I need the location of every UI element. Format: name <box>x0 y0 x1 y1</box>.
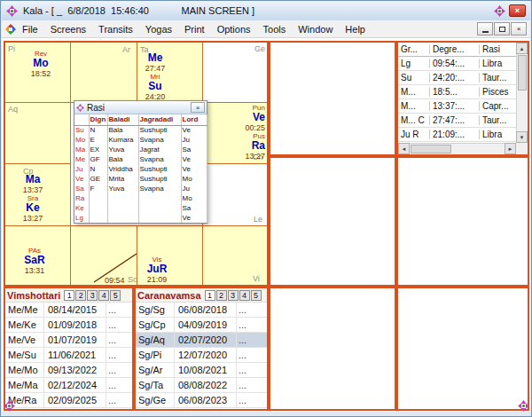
dasha-more: ... <box>106 348 132 362</box>
scroll-up-icon: ▲ <box>520 46 525 51</box>
scroll-thumb[interactable] <box>518 55 527 90</box>
vimshottari-tab-4[interactable]: 4 <box>98 290 109 301</box>
restore-icon <box>499 27 505 32</box>
vimshottari-panel: Vimshottari 1 2 3 4 5 Me/Me08/14/2015...… <box>4 287 134 411</box>
dasha-row[interactable]: Me/Su11/06/2021... <box>5 348 132 363</box>
vimshottari-tab-3[interactable]: 3 <box>87 290 98 301</box>
dasha-more: ... <box>106 378 132 392</box>
menu-tools[interactable]: Tools <box>257 22 293 36</box>
dasha-more: ... <box>237 363 267 377</box>
sign-label-aries: Ar <box>122 45 130 54</box>
scroll-left-button[interactable]: ◄ <box>398 143 410 154</box>
scroll-thumb[interactable] <box>411 145 451 153</box>
scroll-down-icon: ▼ <box>520 135 525 140</box>
taurus-contents: Me 27:47 Mri Su 24:20 <box>135 52 176 101</box>
caranavamsa-tab-1[interactable]: 1 <box>205 290 215 301</box>
table-row[interactable]: M... 18:5... Pisces <box>398 85 528 99</box>
dasha-row[interactable]: Me/Ma02/12/2024... <box>5 378 132 393</box>
menu-window[interactable]: Window <box>292 22 339 36</box>
caranavamsa-tab-3[interactable]: 3 <box>228 290 239 301</box>
planet-rahu: Ra <box>230 140 265 152</box>
vimshottari-tab-5[interactable]: 5 <box>110 290 121 301</box>
dasha-period: Sg/Aq <box>136 333 175 347</box>
mdi-restore-button[interactable] <box>494 22 510 35</box>
rasi-window-titlebar[interactable]: Rasi × <box>74 101 207 114</box>
rasi-row: SuNBalaSushuptiVe <box>74 125 207 135</box>
planet-jupiter-retrograde: JuR <box>140 264 174 275</box>
close-icon: × <box>515 6 520 15</box>
table-row[interactable]: Ju R 21:09:... Libra <box>398 128 528 142</box>
rasi-col-jagradadi: Jagradadi <box>138 114 181 125</box>
mdi-close-button[interactable]: × <box>511 22 527 35</box>
compass-icon-bottom-right[interactable] <box>518 400 529 412</box>
mars-degree: 13:37 <box>12 185 53 194</box>
sign-label-virgo: Vi <box>253 274 260 283</box>
dasha-row[interactable]: Me/Ke01/09/2018... <box>5 318 132 333</box>
dasha-row[interactable]: Me/Me08/14/2015... <box>5 303 132 318</box>
table-row[interactable]: M... C 27:47:... Taur... <box>398 114 528 128</box>
rasi-window[interactable]: Rasi × Dign Baladi Jagradadi Lord SuNBal… <box>74 100 207 224</box>
dasha-row[interactable]: Sg/Ar10/08/2021... <box>136 363 267 378</box>
vimshottari-tab-2[interactable]: 2 <box>75 290 86 301</box>
scroll-up-button[interactable]: ▲ <box>516 43 528 54</box>
menu-options[interactable]: Options <box>211 22 257 36</box>
rasi-row: MoEKumaraSvapnaJu <box>74 135 207 145</box>
rasi-row: SaFYuvaSvapnaJu <box>74 184 207 193</box>
menu-print[interactable]: Print <box>178 22 211 36</box>
table-row[interactable]: Lg 09:54:... Libra <box>398 57 528 71</box>
compass-icon-bottom-left[interactable] <box>4 400 15 412</box>
dasha-row[interactable]: Me/Ve01/07/2019... <box>5 333 132 348</box>
close-button[interactable]: × <box>509 4 526 17</box>
rasi-close-button[interactable]: × <box>191 102 205 113</box>
dasha-date: 09/13/2022 <box>44 363 106 377</box>
scroll-down-button[interactable]: ▼ <box>516 131 528 143</box>
table-row[interactable]: Su 24:20:... Taur... <box>398 71 528 85</box>
menu-screens[interactable]: Screens <box>44 22 92 36</box>
title-bar[interactable]: Kala - [ _ 6/8/2018 15:46:40 MAIN SCREEN… <box>2 1 530 20</box>
compass-icon-top-right[interactable] <box>494 5 505 17</box>
dasha-row[interactable]: Sg/Ge06/08/2023... <box>136 393 267 408</box>
chart-grid-line <box>5 225 267 226</box>
scroll-right-button[interactable]: ► <box>505 143 516 154</box>
dasha-date: 04/09/2019 <box>175 318 237 332</box>
dasha-more: ... <box>237 393 267 407</box>
menu-file[interactable]: File <box>16 22 44 36</box>
rasi-col-lord: Lord <box>181 114 207 125</box>
rasi-col-blank <box>74 114 89 125</box>
caranavamsa-tab-4[interactable]: 4 <box>239 290 250 301</box>
dasha-row[interactable]: Me/Ra02/09/2025... <box>5 393 132 408</box>
vimshottari-tab-1[interactable]: 1 <box>64 290 74 301</box>
mdi-minimize-button[interactable] <box>477 22 493 35</box>
dasha-period: Sg/Sg <box>136 303 175 317</box>
vertical-scrollbar[interactable]: ▲ ▼ <box>516 43 528 143</box>
dasha-row-selected[interactable]: Sg/Aq02/07/2020... <box>136 333 267 348</box>
empty-panel-4 <box>396 156 529 287</box>
caranavamsa-tab-2[interactable]: 2 <box>216 290 227 301</box>
menu-yogas[interactable]: Yogas <box>139 22 178 36</box>
caranavamsa-tab-5[interactable]: 5 <box>251 290 262 301</box>
rasi-close-icon: × <box>196 104 200 112</box>
menu-help[interactable]: Help <box>339 22 372 36</box>
empty-panel-1 <box>269 41 396 156</box>
menu-transits[interactable]: Transits <box>92 22 139 36</box>
sign-label-leo: Le <box>254 215 262 224</box>
dasha-row[interactable]: Sg/Cp04/09/2019... <box>136 318 267 333</box>
dasha-more: ... <box>237 303 267 317</box>
rasi-row: MaEXYuvaJagratSa <box>74 145 207 154</box>
dasha-more: ... <box>237 348 267 362</box>
dasha-row[interactable]: Sg/Sg06/08/2018... <box>136 303 267 318</box>
dasha-row[interactable]: Me/Mo09/13/2022... <box>5 363 132 378</box>
minimize-icon <box>482 31 489 33</box>
rasi-row: MeGFBalaSvapnaVe <box>74 154 207 164</box>
table-row[interactable]: M... 13:37:... Capr... <box>398 99 528 114</box>
dasha-row[interactable]: Sg/Pi12/07/2020... <box>136 348 267 363</box>
dasha-more: ... <box>106 363 132 377</box>
kala-main-window: Kala - [ _ 6/8/2018 15:46:40 MAIN SCREEN… <box>0 0 532 417</box>
pisces-contents: Rev Mo 18:52 <box>21 50 60 78</box>
cell-degree: 09:54:... <box>430 59 480 68</box>
horizontal-scrollbar[interactable]: ◄ ► <box>398 143 516 154</box>
dasha-date: 08/14/2015 <box>44 303 106 317</box>
sign-label-aquarius: Aq <box>8 105 18 114</box>
planet-table-panel: Gr... Degre... Rasi Lg 09:54:... Libra S… <box>396 41 529 156</box>
dasha-row[interactable]: Sg/Ta08/08/2022... <box>136 378 267 393</box>
